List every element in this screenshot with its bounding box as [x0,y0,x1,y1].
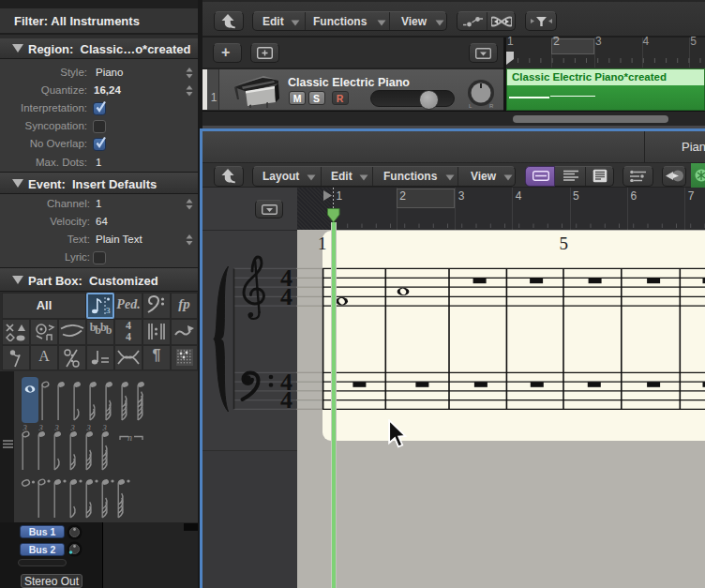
svg-text:R: R [489,103,494,109]
svg-text:3: 3 [22,423,27,432]
svg-text:3: 3 [54,423,59,432]
svg-text:4: 4 [280,283,292,310]
svg-text:1: 1 [318,234,327,253]
svg-text:3: 3 [102,423,107,432]
svg-text:3: 3 [38,423,43,432]
svg-text:4: 4 [280,386,292,414]
svg-text:5: 5 [560,234,569,253]
svg-text:L: L [469,103,472,109]
svg-text:3: 3 [70,423,75,432]
svg-text:n: n [128,432,132,443]
svg-text:3: 3 [106,306,111,315]
svg-text:3: 3 [86,423,91,432]
